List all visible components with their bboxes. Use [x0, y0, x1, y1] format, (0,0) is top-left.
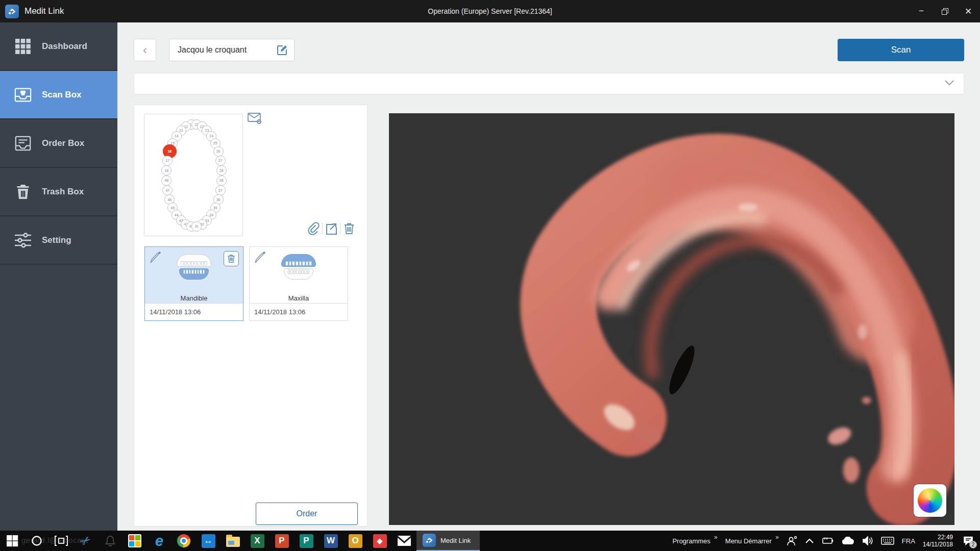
3d-viewport[interactable] [389, 113, 954, 525]
scan-button[interactable]: Scan [838, 39, 964, 61]
sidebar-item-dashboard[interactable]: Dashboard [0, 22, 117, 71]
word-icon[interactable]: W [318, 531, 343, 551]
notification-bell-icon[interactable] [98, 531, 122, 551]
cortana-search-icon[interactable] [24, 531, 49, 551]
patient-name-box: Jacqou le croquant [169, 39, 295, 61]
order-button[interactable]: Order [256, 503, 358, 525]
sidebar-item-setting[interactable]: Setting [0, 216, 117, 265]
start-button[interactable] [0, 531, 24, 551]
color-texture-toggle-button[interactable] [914, 484, 946, 517]
microsoft-store-icon[interactable] [122, 531, 147, 551]
scan-card-maxilla[interactable]: Maxilla 14/11/2018 13:06 [249, 246, 348, 321]
sidebar: Dashboard Scan Box Order Box Trash Box S… [0, 22, 117, 531]
tray-time: 22:49 [923, 534, 953, 541]
tooth-31[interactable]: 31 [191, 221, 202, 232]
odontogram: 1112131415161718484746454443424121222324… [144, 114, 243, 236]
tooth-28[interactable]: 28 [216, 165, 227, 176]
start-menu-toolbar[interactable]: Menu Démarrer» [725, 537, 779, 545]
tooth-38[interactable]: 38 [216, 176, 227, 186]
title-bar: Medit Link Operation (Europe) Server [Re… [0, 0, 980, 22]
window-title: Operation (Europe) Server [Rev.21364] [0, 7, 980, 15]
snipping-tool-icon[interactable]: ✂ [74, 531, 98, 551]
patient-name: Jacqou le croquant [178, 45, 277, 55]
tray-date: 14/11/2018 [923, 541, 953, 548]
sidebar-item-label: Trash Box [42, 187, 84, 197]
scan-tools [306, 221, 357, 236]
chrome-browser-icon[interactable] [172, 531, 196, 551]
medit-link-logo-icon [423, 534, 436, 547]
sidebar-item-label: Order Box [42, 138, 84, 148]
tooth-48[interactable]: 48 [161, 176, 172, 186]
language-indicator[interactable]: FRA [902, 537, 915, 545]
app-title: Medit Link [24, 6, 64, 16]
order-box-icon [14, 135, 32, 152]
medit-link-logo-icon [5, 5, 19, 18]
touch-keyboard-icon[interactable] [881, 537, 894, 545]
taskbar: gerard.l@labocast ✂ e ↔ X P P W O ◆ [0, 531, 980, 551]
onedrive-cloud-icon[interactable] [841, 537, 854, 545]
powerpoint-icon[interactable]: P [270, 531, 294, 551]
battery-icon[interactable] [821, 537, 834, 544]
programmes-toolbar[interactable]: Programmes» [672, 537, 717, 545]
scan-card-datetime: 14/11/2018 13:06 [250, 303, 348, 320]
mandible-jaw-icon [145, 254, 243, 280]
sidebar-item-trash-box[interactable]: Trash Box [0, 168, 117, 216]
case-info-collapse-bar[interactable] [134, 73, 964, 94]
tooth-26[interactable]: 26 [213, 146, 224, 157]
tooth-27[interactable]: 27 [215, 156, 226, 166]
scan-card-label: Maxilla [250, 294, 348, 302]
scan-3d-model[interactable] [389, 113, 954, 525]
chevron-down-icon[interactable] [944, 80, 954, 86]
task-view-icon[interactable] [49, 531, 74, 551]
odontogram-teeth: 1112131415161718484746454443424121222324… [144, 114, 242, 236]
edit-patient-icon[interactable] [277, 44, 288, 56]
file-explorer-icon[interactable] [220, 531, 245, 551]
restore-button[interactable] [933, 0, 957, 22]
scan-card-mandible[interactable]: Mandible 14/11/2018 13:06 [144, 246, 243, 321]
mail-app-icon[interactable] [392, 531, 416, 551]
clock[interactable]: 22:49 14/11/2018 [923, 534, 953, 548]
tooth-47[interactable]: 47 [162, 185, 173, 195]
trash-can-icon [14, 183, 32, 201]
taskbar-item-medit-link[interactable]: Medit Link [416, 531, 480, 551]
rainbow-sphere-icon [918, 488, 942, 513]
tooth-37[interactable]: 37 [215, 185, 226, 195]
taskbar-app-label: Medit Link [440, 537, 471, 544]
export-icon[interactable] [324, 221, 339, 236]
excel-icon[interactable]: X [245, 531, 270, 551]
maxilla-jaw-icon [250, 254, 348, 280]
people-icon[interactable] [787, 536, 798, 546]
publisher-icon[interactable]: P [294, 531, 318, 551]
sidebar-item-order-box[interactable]: Order Box [0, 119, 117, 168]
notification-count-badge: 2 [969, 541, 977, 548]
sidebar-item-scan-box[interactable]: Scan Box [0, 71, 117, 119]
red-diamond-app-icon[interactable]: ◆ [368, 531, 392, 551]
sliders-icon [14, 232, 32, 249]
close-button[interactable]: ✕ [957, 0, 980, 22]
scan-card-datetime: 14/11/2018 13:06 [145, 303, 243, 320]
sidebar-item-label: Setting [42, 235, 71, 245]
action-center-icon[interactable]: 2 [961, 533, 976, 548]
tray-expand-chevron-icon[interactable] [805, 538, 814, 543]
volume-icon[interactable] [862, 536, 873, 545]
attach-icon[interactable] [306, 221, 321, 236]
delete-icon[interactable] [341, 221, 357, 236]
sidebar-item-label: Scan Box [42, 90, 81, 100]
outlook-icon[interactable]: O [343, 531, 368, 551]
mail-settings-icon[interactable] [248, 112, 262, 124]
tooth-18[interactable]: 18 [161, 165, 172, 176]
minimize-button[interactable]: − [910, 0, 933, 22]
dashboard-grid-icon [14, 38, 32, 55]
edge-browser-icon[interactable]: e [147, 531, 172, 551]
system-tray: Programmes» Menu Démarrer» FRA 22:49 14/… [672, 533, 980, 548]
scan-panel: 1112131415161718484746454443424121222324… [134, 105, 368, 527]
teamviewer-icon[interactable]: ↔ [196, 531, 220, 551]
tooth-17[interactable]: 17 [162, 156, 173, 166]
back-button[interactable]: ‹ [134, 39, 156, 61]
sidebar-item-label: Dashboard [42, 41, 87, 52]
scan-box-icon [14, 86, 32, 104]
scan-card-label: Mandible [145, 294, 243, 302]
